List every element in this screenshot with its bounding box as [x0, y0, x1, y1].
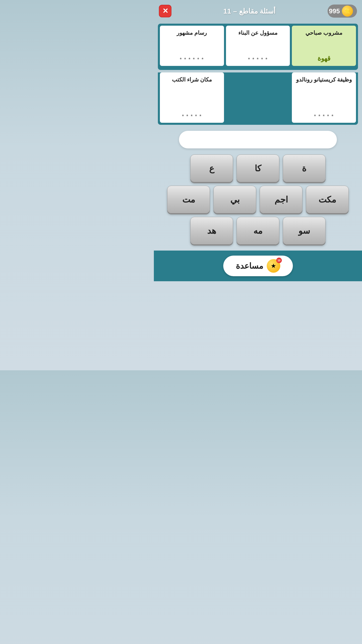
close-button[interactable]: ✕ [159, 5, 171, 17]
letters-row-3: سو مه هد [157, 217, 358, 245]
help-star-icon: ★ [271, 262, 276, 269]
close-icon: ✕ [162, 8, 168, 15]
letters-row-1: ة كا ع [157, 154, 358, 182]
letter-btn-ain[interactable]: ع [190, 154, 233, 182]
card-4-answer: * * * * * [314, 113, 334, 119]
answer-input[interactable] [179, 131, 337, 148]
coins-count: 995 [329, 7, 340, 15]
card-3-answer: * * * * * * [180, 57, 204, 62]
card-2-answer: * * * * * [248, 57, 268, 62]
card-1-clue: مشروب صباحي [305, 29, 342, 37]
card-3[interactable]: رسام مشهور * * * * * * [160, 26, 224, 66]
letter-btn-had[interactable]: هد [190, 217, 233, 245]
card-5-answer: * * * * * [182, 113, 202, 119]
letter-btn-mah[interactable]: مه [237, 217, 279, 245]
card-3-clue: رسام مشهور [177, 29, 207, 37]
letters-area: ة كا ع مكت اجم بي مت سو مه هد [157, 154, 358, 245]
help-button[interactable]: ★ 10 مساعدة [223, 256, 293, 276]
card-5-clue: مكان شراء الكتب [172, 76, 212, 84]
help-coin-icon: ★ 10 [267, 259, 280, 273]
header-title: أسئلة مقاطع – 11 [223, 7, 276, 15]
letter-btn-ta-marbuta[interactable]: ة [283, 154, 326, 182]
letter-btn-su[interactable]: سو [283, 217, 326, 245]
help-label: مساعدة [236, 261, 263, 271]
card-4[interactable]: وظيفة كريستيانو رونالدو * * * * * [292, 72, 356, 123]
letter-btn-ka[interactable]: كا [237, 154, 279, 182]
card-2[interactable]: مسؤول عن البناء * * * * * [226, 26, 290, 66]
help-bar: ★ 10 مساعدة [154, 251, 362, 281]
coin-icon: ⭐ [342, 6, 353, 17]
letter-btn-ajm[interactable]: اجم [260, 186, 302, 213]
card-4-clue: وظيفة كريستيانو رونالدو [296, 76, 352, 84]
card-1[interactable]: مشروب صباحي قهوة [292, 26, 356, 66]
game-grid-row1: مشروب صباحي قهوة مسؤول عن البناء * * * *… [158, 24, 358, 70]
card-1-answer: قهوة [318, 55, 330, 62]
game-grid-row2: وظيفة كريستيانو رونالدو * * * * * مكان ش… [158, 72, 358, 125]
letter-btn-bi[interactable]: بي [213, 186, 256, 213]
letter-btn-mt[interactable]: مت [167, 186, 210, 213]
grid-gap [226, 72, 290, 123]
card-2-clue: مسؤول عن البناء [238, 29, 278, 37]
card-5[interactable]: مكان شراء الكتب * * * * * [160, 72, 224, 123]
letter-btn-makt[interactable]: مكت [306, 186, 349, 213]
help-coin-badge: 10 [276, 258, 282, 263]
header: ⭐ 995 أسئلة مقاطع – 11 ✕ [154, 0, 362, 21]
coins-display: ⭐ 995 [328, 5, 357, 18]
letters-row-2: مكت اجم بي مت [157, 186, 358, 213]
